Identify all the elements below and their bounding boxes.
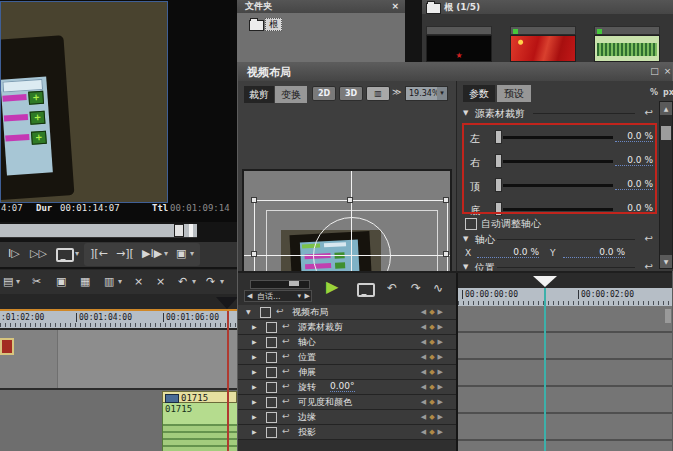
- position-bar[interactable]: [0, 224, 197, 238]
- scroll-up-icon[interactable]: ▲: [660, 102, 672, 115]
- prev-keyframe-icon[interactable]: ◀: [421, 368, 429, 376]
- tab-parameters[interactable]: 参数: [463, 85, 495, 102]
- caret-down-icon[interactable]: ▾: [164, 242, 168, 265]
- arrow-left-icon[interactable]: ◀: [247, 291, 252, 302]
- keyframe-tracks[interactable]: [458, 306, 672, 451]
- timeline-playhead-triangle[interactable]: [216, 297, 238, 309]
- trim-button[interactable]: ▶I▶: [142, 242, 162, 265]
- delete-button[interactable]: ×: [156, 270, 165, 293]
- tab-presets[interactable]: 预设: [497, 85, 531, 102]
- crop-handle-ne[interactable]: [443, 197, 449, 203]
- caret-down-icon[interactable]: ▾: [75, 242, 79, 265]
- thumbnail-star-clip[interactable]: ★: [426, 35, 492, 62]
- add-keyframe-icon[interactable]: ◆: [429, 323, 437, 331]
- params-scrollbar[interactable]: ▲ ▼: [659, 101, 673, 269]
- caret-down-icon[interactable]: ▾: [220, 270, 224, 293]
- reset-icon[interactable]: ↩: [282, 321, 290, 331]
- position-handle[interactable]: [174, 224, 184, 237]
- close-icon[interactable]: ×: [391, 0, 399, 13]
- caret-down-icon[interactable]: ▾: [16, 270, 20, 293]
- next-keyframe-icon[interactable]: ▶: [438, 323, 446, 331]
- expand-icon[interactable]: ▶: [252, 398, 257, 405]
- expand-icon[interactable]: ▶: [252, 428, 257, 435]
- thumbnail-audio-clip[interactable]: [594, 35, 660, 62]
- add-keyframe-icon[interactable]: ◆: [429, 383, 437, 391]
- crop-handle-e[interactable]: [443, 251, 449, 257]
- reset-icon[interactable]: ↩: [282, 381, 290, 391]
- tree-row-video-layout[interactable]: ▼ ↩ 视频布局 ◀◆▶: [238, 305, 456, 320]
- add-keyframe-icon[interactable]: ◆: [429, 338, 437, 346]
- expand-icon[interactable]: ▶: [252, 353, 257, 360]
- prev-keyframe-icon[interactable]: ◀: [421, 323, 429, 331]
- caret-down-icon[interactable]: ▾: [190, 242, 194, 265]
- comment-button[interactable]: [357, 283, 375, 297]
- curve-toggle-icon[interactable]: ∿: [433, 281, 443, 295]
- keyframe-scroll-nub[interactable]: [665, 309, 671, 323]
- axis-y-value[interactable]: 0.0 %: [563, 247, 625, 258]
- play-button[interactable]: I▷: [8, 242, 20, 265]
- prev-keyframe-icon[interactable]: ◀: [421, 338, 429, 346]
- comment-button[interactable]: [56, 248, 74, 262]
- capture-button[interactable]: ▤: [3, 270, 13, 293]
- view-2d-button[interactable]: 2D: [312, 86, 336, 101]
- thumbnail-flag-clip[interactable]: [510, 35, 576, 62]
- bin-button[interactable]: ▥: [104, 270, 114, 293]
- undo-button[interactable]: ↶: [178, 270, 187, 293]
- tree-row-rotation[interactable]: ▶ ↩ 旋转 0.00° ◀◆▶: [238, 380, 456, 395]
- reset-icon[interactable]: ↩: [276, 306, 284, 316]
- interpolation-dropdown[interactable]: ◀ 自话... ▾ ▶: [244, 290, 312, 302]
- more-tools-icon[interactable]: ≫: [392, 87, 401, 97]
- zoom-level-select[interactable]: 19.34% ▾: [405, 86, 448, 101]
- tab-transform[interactable]: 变换: [275, 86, 307, 103]
- tab-crop[interactable]: 裁剪: [244, 86, 274, 103]
- arrow-right-icon[interactable]: ▶: [305, 291, 310, 302]
- expand-icon[interactable]: ▶: [252, 413, 257, 420]
- undo-icon[interactable]: ↶: [387, 281, 397, 295]
- keyframe-checkbox[interactable]: [266, 427, 277, 438]
- keyframe-checkbox[interactable]: [266, 382, 277, 393]
- next-keyframe-icon[interactable]: ▶: [438, 398, 446, 406]
- expand-icon[interactable]: ▶: [252, 383, 257, 390]
- auto-axis-checkbox[interactable]: [465, 218, 477, 230]
- next-keyframe-icon[interactable]: ▶: [438, 308, 446, 316]
- reset-icon[interactable]: ↩: [282, 426, 290, 436]
- collapse-icon[interactable]: ▼: [463, 235, 468, 243]
- reset-icon[interactable]: ↩: [282, 366, 290, 376]
- unit-percent-button[interactable]: %: [650, 88, 658, 97]
- add-keyframe-icon[interactable]: ◆: [429, 308, 437, 316]
- keyframe-playhead-triangle[interactable]: [533, 276, 557, 287]
- next-keyframe-icon[interactable]: ▶: [438, 353, 446, 361]
- add-keyframe-icon[interactable]: ◆: [429, 368, 437, 376]
- scroll-down-icon[interactable]: ▼: [660, 255, 672, 268]
- keyframe-checkbox[interactable]: [266, 412, 277, 423]
- view-split-button[interactable]: ▥: [366, 86, 390, 101]
- next-keyframe-icon[interactable]: ▶: [438, 338, 446, 346]
- reset-icon[interactable]: ↩: [645, 233, 653, 244]
- keyframe-checkbox[interactable]: [266, 322, 277, 333]
- add-keyframe-icon[interactable]: ◆: [429, 413, 437, 421]
- rotation-value[interactable]: 0.00°: [330, 381, 355, 392]
- redo-button[interactable]: ↷: [206, 270, 215, 293]
- copy-button[interactable]: ▣: [56, 270, 66, 293]
- tree-row-edge[interactable]: ▶ ↩ 边缘 ◀◆▶: [238, 410, 456, 425]
- tree-row-position[interactable]: ▶ ↩ 位置 ◀◆▶: [238, 350, 456, 365]
- collapse-icon[interactable]: ▼: [463, 263, 468, 271]
- mark-out-button[interactable]: →][: [116, 242, 134, 265]
- prev-keyframe-icon[interactable]: ◀: [421, 308, 429, 316]
- ripple-delete-button[interactable]: ×: [134, 270, 143, 293]
- add-keyframe-icon[interactable]: ◆: [429, 353, 437, 361]
- keyframe-checkbox[interactable]: [266, 352, 277, 363]
- folder-icon[interactable]: [249, 20, 264, 31]
- keyframe-checkbox[interactable]: [266, 367, 277, 378]
- expand-icon[interactable]: ▶: [252, 368, 257, 375]
- reset-icon[interactable]: ↩: [282, 411, 290, 421]
- add-keyframe-icon[interactable]: ◆: [429, 428, 437, 436]
- close-icon[interactable]: ×: [661, 65, 673, 78]
- caret-down-icon[interactable]: ▾: [297, 291, 301, 302]
- next-keyframe-icon[interactable]: ▶: [438, 428, 446, 436]
- crop-handle-nw[interactable]: [251, 197, 257, 203]
- reset-icon[interactable]: ↩: [282, 351, 290, 361]
- timeline-playhead-line[interactable]: [227, 311, 229, 451]
- root-folder-item[interactable]: 根: [265, 18, 282, 31]
- crop-handle-w[interactable]: [251, 251, 257, 257]
